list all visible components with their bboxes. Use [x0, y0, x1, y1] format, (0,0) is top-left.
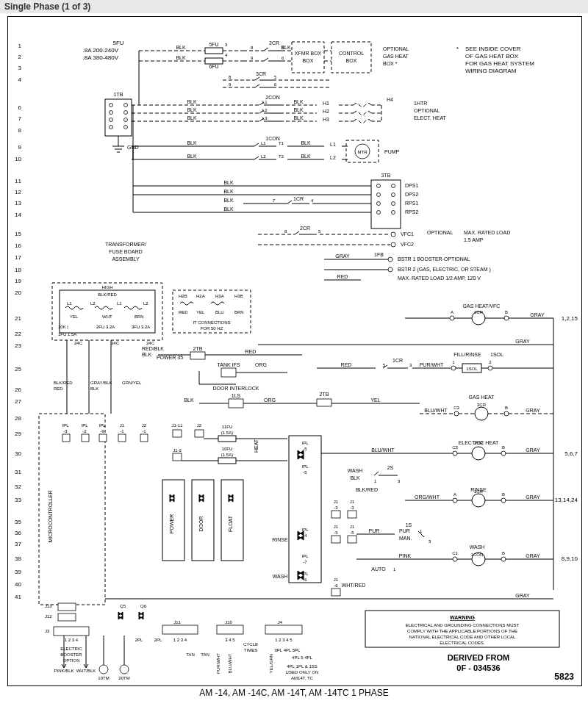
svg-text:BLU: BLU — [215, 310, 224, 314]
svg-text:BLK: BLK — [142, 352, 152, 357]
svg-text:RED: RED — [341, 362, 352, 367]
svg-text:3  4  5: 3 4 5 — [225, 638, 235, 642]
svg-text:GRAY: GRAY — [526, 553, 540, 558]
svg-text:TANK IFS: TANK IFS — [218, 362, 240, 367]
diagram-frame: 1 2 3 4 6 7 8 9 10 11 12 13 14 15 16 17 … — [7, 16, 582, 686]
svg-text:USED ONLY ON: USED ONLY ON — [286, 670, 319, 674]
svg-text:H1: H1 — [323, 101, 329, 106]
svg-text:VFC1: VFC1 — [401, 231, 414, 237]
svg-text:BLK/RED: BLK/RED — [98, 292, 117, 297]
svg-text:1 2 3 4: 1 2 3 4 — [65, 638, 79, 642]
svg-rect-237 — [62, 434, 70, 442]
svg-text:(1.5A): (1.5A) — [221, 453, 233, 457]
svg-point-316 — [453, 498, 457, 503]
svg-text:SEE INSIDE COVER: SEE INSIDE COVER — [465, 46, 521, 52]
svg-text:5FU: 5FU — [209, 42, 218, 47]
icon-motor: BLK BLK 1CON L1 L2 T1 T2 BLK BLK L1 L2 M… — [132, 136, 400, 162]
svg-text:PINK/BLK: PINK/BLK — [54, 669, 74, 673]
svg-text:24C: 24C — [111, 341, 120, 345]
svg-text:GRAY: GRAY — [515, 339, 530, 344]
svg-text:J1: J1 — [334, 577, 339, 582]
svg-point-126 — [392, 193, 395, 197]
svg-text:BLK: BLK — [187, 115, 197, 120]
svg-text:TAN: TAN — [201, 652, 209, 657]
svg-text:WASH: WASH — [348, 468, 363, 473]
svg-text:BLK/RED: BLK/RED — [54, 381, 73, 385]
svg-text:24C: 24C — [74, 341, 83, 345]
svg-rect-55 — [205, 58, 223, 64]
svg-text:3: 3 — [429, 539, 431, 544]
svg-text:BLK: BLK — [223, 180, 234, 185]
vertical-trunks — [133, 51, 139, 212]
svg-text:2CR: 2CR — [300, 226, 310, 231]
svg-text:MAN.: MAN. — [399, 536, 412, 541]
svg-text:18: 18 — [15, 267, 21, 273]
svg-text:22: 22 — [15, 331, 21, 337]
svg-point-127 — [377, 202, 381, 206]
svg-text:PUMP: PUMP — [384, 149, 400, 154]
svg-text:-1: -1 — [142, 429, 146, 433]
svg-text:23: 23 — [15, 342, 21, 349]
svg-rect-51 — [205, 48, 223, 54]
svg-point-81 — [124, 104, 128, 107]
svg-point-123 — [377, 184, 381, 188]
svg-text:3: 3 — [409, 363, 412, 367]
svg-point-125 — [377, 193, 381, 197]
svg-text:WHT/BLK: WHT/BLK — [76, 669, 96, 673]
derived-from: DERIVED FROM 0F - 034536 — [448, 653, 509, 672]
svg-text:8,9,10: 8,9,10 — [562, 555, 578, 562]
svg-text:IPL: IPL — [98, 423, 106, 428]
tb1-block: 1TB GND — [105, 92, 139, 152]
svg-text:L2: L2 — [90, 301, 96, 306]
svg-point-156 — [388, 267, 392, 272]
svg-text:.8A 200-240V: .8A 200-240V — [83, 47, 119, 54]
svg-text:27: 27 — [15, 398, 21, 405]
svg-text:2PL: 2PL — [135, 638, 143, 642]
svg-rect-335 — [348, 536, 356, 543]
svg-point-145 — [391, 232, 395, 237]
svg-text:2CR: 2CR — [474, 310, 484, 314]
svg-text:-5: -5 — [350, 530, 354, 535]
svg-text:IT CONNECTIONS: IT CONNECTIONS — [193, 320, 230, 325]
svg-rect-353 — [58, 603, 76, 611]
svg-point-299 — [501, 451, 506, 456]
svg-text:1 2 3  4 5: 1 2 3 4 5 — [275, 638, 293, 642]
svg-text:ELECT. HEAT: ELECT. HEAT — [414, 115, 447, 120]
svg-point-341 — [501, 557, 506, 561]
svg-text:GRAY: GRAY — [530, 312, 545, 317]
svg-text:L1: L1 — [262, 100, 268, 104]
svg-text:L1: L1 — [330, 142, 336, 147]
svg-text:-3: -3 — [334, 505, 338, 510]
svg-text:1.5 AMP: 1.5 AMP — [464, 237, 484, 242]
svg-text:29: 29 — [15, 431, 21, 437]
svg-text:RED: RED — [54, 386, 63, 391]
svg-text:1,2,15: 1,2,15 — [562, 315, 578, 322]
svg-text:2S: 2S — [387, 465, 394, 470]
svg-text:GRN/YEL: GRN/YEL — [122, 381, 142, 385]
svg-rect-311 — [331, 511, 340, 518]
svg-text:MAX. RATED LOAD: MAX. RATED LOAD — [464, 230, 510, 235]
svg-text:GRAY: GRAY — [526, 408, 540, 413]
svg-text:L2: L2 — [143, 301, 148, 306]
svg-text:J1: J1 — [350, 525, 355, 529]
svg-text:RED: RED — [337, 274, 348, 279]
svg-text:BLK/RED: BLK/RED — [356, 487, 378, 492]
svg-text:1LS: 1LS — [232, 393, 241, 398]
iifu-row: J1-11 J2 11FU (1.5A) J1-2 10FU (1.5A) — [171, 423, 287, 464]
svg-text:B: B — [505, 310, 508, 314]
svg-rect-359 — [54, 627, 89, 636]
svg-text:3: 3 — [18, 65, 22, 71]
svg-text:IPL: IPL — [301, 528, 309, 532]
svg-text:BLK: BLK — [223, 206, 234, 212]
svg-text:1FU 1.5A: 1FU 1.5A — [58, 332, 76, 336]
svg-text:FLOAT: FLOAT — [228, 515, 233, 532]
svg-text:BLK: BLK — [301, 140, 311, 145]
svg-point-257 — [475, 407, 488, 420]
svg-text:-1: -1 — [120, 429, 124, 433]
svg-text:GAS HEAT: GAS HEAT — [469, 395, 495, 400]
svg-point-297 — [472, 447, 485, 460]
svg-text:1S: 1S — [406, 522, 412, 528]
svg-text:VFC2: VFC2 — [401, 242, 414, 247]
svg-text:FILL/RINSE: FILL/RINSE — [453, 352, 481, 357]
svg-text:2TB: 2TB — [193, 346, 203, 351]
